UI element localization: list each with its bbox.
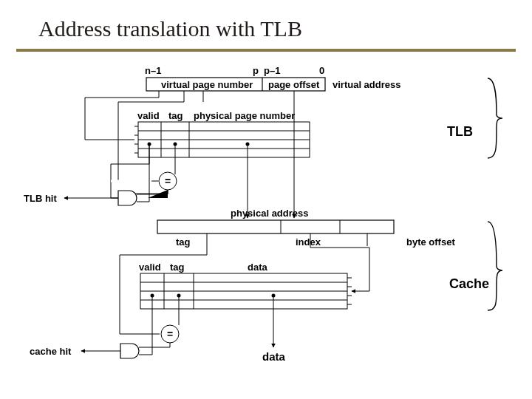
cache-side-label: Cache [449,276,489,292]
cache-comparator-eq: = [167,328,173,340]
bit-label-n1: n–1 [145,65,161,76]
page-title: Address translation with TLB [38,16,302,41]
tlb-col-valid: valid [137,110,160,121]
physaddr-byteoffset: byte offset [406,236,455,248]
cache-col-tag: tag [170,262,185,273]
svg-rect-2 [138,122,310,157]
bit-label-0: 0 [319,65,324,76]
svg-point-17 [148,143,151,146]
bit-label-p: p [253,65,259,76]
svg-point-48 [272,294,276,298]
vpn-label: virtual page number [161,79,253,90]
cache-data-out: data [262,350,285,363]
svg-point-23 [246,143,250,146]
title-underline [16,49,516,52]
physaddr-index: index [296,236,321,248]
tlb-side-label: TLB [447,124,473,140]
svg-rect-29 [140,273,347,309]
svg-point-42 [151,294,154,298]
tlb-hit-label: TLB hit [24,193,57,204]
bit-label-p1: p–1 [264,65,280,76]
tlb-comparator-eq: = [165,175,171,187]
cache-hit-label: cache hit [30,346,71,357]
svg-point-39 [177,294,181,298]
physical-address-label: physical address [231,208,309,219]
cache-col-data: data [248,262,267,273]
svg-rect-26 [157,220,394,233]
cache-col-valid: valid [139,262,161,273]
tlb-diagram [0,0,532,399]
page-offset-label: page offset [268,79,319,90]
physaddr-tag: tag [176,236,191,248]
svg-point-13 [174,143,177,146]
tlb-col-tag: tag [168,110,183,121]
tlb-col-ppn: physical page number [194,110,295,121]
virtual-address-label: virtual address [332,79,401,90]
